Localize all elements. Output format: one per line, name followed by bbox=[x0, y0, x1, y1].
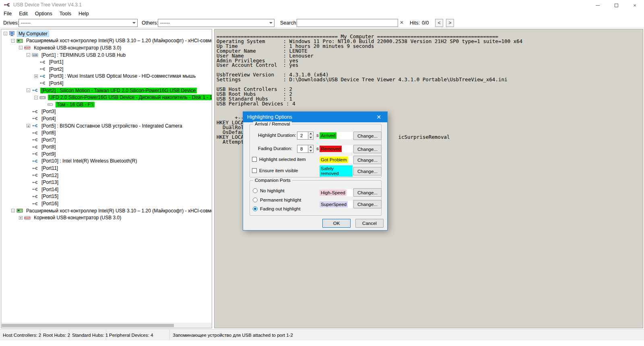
tree-item[interactable]: [Port3] bbox=[2, 108, 212, 115]
scrollbar-thumb[interactable] bbox=[2, 324, 174, 327]
menu-edit[interactable]: Edit bbox=[15, 10, 31, 17]
change-safely-removed-color-button[interactable]: Change... bbox=[353, 167, 382, 175]
tree-item[interactable]: [Port4] bbox=[2, 115, 212, 122]
usb-port-icon bbox=[32, 151, 39, 157]
arrival-removal-group-label: Arrival / Removal bbox=[253, 122, 292, 126]
tree-item[interactable]: [Port16] bbox=[2, 200, 212, 207]
tree-item[interactable]: [Port13] bbox=[2, 179, 212, 186]
menu-tools[interactable]: Tools bbox=[56, 10, 75, 17]
maximize-button[interactable] bbox=[607, 0, 625, 10]
close-button[interactable]: × bbox=[625, 0, 644, 10]
dialog-titlebar[interactable]: Highlighting Options ✕ bbox=[243, 112, 387, 122]
fading-duration-input[interactable]: 8 bbox=[297, 145, 308, 153]
expand-icon[interactable]: + bbox=[27, 124, 30, 128]
tree-item[interactable]: [Port9] bbox=[2, 150, 212, 158]
menu-file[interactable]: File bbox=[0, 10, 15, 17]
collapse-icon[interactable]: - bbox=[19, 46, 23, 49]
minimize-icon bbox=[596, 5, 600, 6]
super-speed-color-chip: SuperSpeed bbox=[320, 201, 348, 208]
next-hit-button[interactable]: > bbox=[446, 19, 454, 27]
cancel-button[interactable]: Cancel bbox=[355, 219, 384, 228]
chevron-down-icon bbox=[267, 22, 274, 24]
tree-item-label: [Port13] bbox=[40, 179, 60, 185]
no-highlight-radio[interactable] bbox=[253, 188, 258, 193]
tree-item-label: [Port1] bbox=[48, 59, 64, 65]
usb-port-icon bbox=[32, 144, 39, 150]
others-label: Others: bbox=[142, 20, 158, 26]
usb-device-icon bbox=[32, 123, 39, 129]
collapse-icon[interactable]: - bbox=[27, 89, 30, 92]
collapse-icon[interactable]: - bbox=[4, 32, 7, 35]
tree-item-label: [Port7] bbox=[40, 137, 57, 143]
tree-item[interactable]: [Port8] bbox=[2, 144, 212, 151]
tree-item[interactable]: [Port7] bbox=[2, 136, 212, 144]
toolbar: Drives: ------ Others: ------ Search: ✕ … bbox=[0, 18, 644, 28]
device-tree-panel: -My Computer-Расширяемый хост-контроллер… bbox=[1, 29, 212, 328]
tree-item[interactable]: -Расширяемый хост-контроллер Intel(R) US… bbox=[2, 37, 212, 45]
tree-item[interactable]: [Port15] bbox=[2, 193, 212, 200]
change-removed-color-button[interactable]: Change... bbox=[353, 145, 382, 153]
tree-item[interactable]: [Port10] : Intel Intel(R) Wireless Bluet… bbox=[2, 158, 212, 165]
change-problem-color-button[interactable]: Change... bbox=[353, 156, 382, 164]
host-controller-icon bbox=[17, 208, 23, 214]
tree-item[interactable]: [Port11] bbox=[2, 165, 212, 172]
highlight-selected-checkbox[interactable] bbox=[252, 157, 257, 162]
usb-port-icon bbox=[32, 165, 39, 171]
tree-item-label: Расширяемый хост-контроллер Intel(R) USB… bbox=[25, 208, 212, 214]
dialog-close-icon[interactable]: ✕ bbox=[370, 112, 387, 122]
change-arrived-color-button[interactable]: Change... bbox=[353, 132, 382, 140]
expand-icon[interactable]: + bbox=[34, 74, 38, 78]
tree-item[interactable]: -My Computer bbox=[2, 30, 212, 37]
seconds-unit-label: s bbox=[316, 146, 319, 151]
ensure-visible-checkbox[interactable] bbox=[252, 168, 257, 173]
search-label: Search: bbox=[280, 20, 297, 26]
drives-combo[interactable]: ------ bbox=[19, 19, 138, 27]
tree-item[interactable]: +[Port3] : Wuxi Instant USB Optical Mous… bbox=[2, 73, 212, 80]
collapse-icon[interactable]: - bbox=[11, 209, 15, 212]
tree-item[interactable]: [Port14] bbox=[2, 186, 212, 193]
tree-item[interactable]: -Расширяемый хост-контроллер Intel(R) US… bbox=[2, 207, 212, 214]
tree-item[interactable]: [Port1] bbox=[2, 58, 212, 66]
spin-up-icon[interactable] bbox=[308, 132, 313, 136]
spin-up-icon[interactable] bbox=[308, 145, 313, 149]
tree-item[interactable]: -UFD 2.0 Silicon-Power16G USB Device - Д… bbox=[2, 94, 212, 101]
fading-out-highlight-radio[interactable] bbox=[253, 206, 258, 211]
clear-search-icon[interactable]: ✕ bbox=[400, 20, 404, 25]
tree-item[interactable]: -HUB[Port1] : TERMINUS USB 2.0 USB Hub bbox=[2, 51, 212, 59]
tree-item[interactable]: -ROOTКорневой USB-концентратор (USB 3.0) bbox=[2, 44, 212, 51]
tree-item[interactable]: +[Port5] : BISON Составное USB устройств… bbox=[2, 122, 212, 130]
removed-color-sample: Removed bbox=[320, 145, 353, 152]
ok-button[interactable]: OK bbox=[322, 219, 351, 228]
collapse-icon[interactable]: - bbox=[34, 96, 38, 99]
tree-item[interactable]: Том - 16 GB - F:\ bbox=[2, 101, 212, 108]
change-high-speed-color-button[interactable]: Change... bbox=[353, 188, 382, 197]
spin-down-icon[interactable] bbox=[308, 149, 313, 153]
problem-color-sample: Got Problem bbox=[320, 156, 353, 163]
previous-hit-button[interactable]: < bbox=[435, 19, 443, 27]
highlight-duration-input[interactable]: 2 bbox=[297, 132, 308, 140]
tree-item-label: My Computer bbox=[17, 31, 49, 37]
search-input[interactable] bbox=[297, 19, 398, 27]
tree-item-label: [Port9] bbox=[40, 151, 57, 157]
change-super-speed-color-button[interactable]: Change... bbox=[353, 200, 382, 208]
others-combo[interactable]: ------ bbox=[158, 19, 275, 27]
window-controls: × bbox=[588, 0, 644, 10]
horizontal-scrollbar[interactable] bbox=[1, 323, 212, 328]
spin-down-icon[interactable] bbox=[308, 136, 313, 140]
collapse-icon[interactable]: - bbox=[27, 53, 30, 57]
tree-item[interactable]: [Port2] bbox=[2, 66, 212, 73]
menu-options[interactable]: Options bbox=[31, 10, 56, 17]
collapse-icon[interactable]: - bbox=[11, 39, 15, 43]
tree-item[interactable]: [Port12] bbox=[2, 172, 212, 179]
tree-item[interactable]: +ROOTКорневой USB-концентратор (USB 3.0) bbox=[2, 214, 212, 221]
expand-icon[interactable]: + bbox=[19, 216, 23, 220]
tree-item[interactable]: [Port4] bbox=[2, 80, 212, 87]
permanent-highlight-radio[interactable] bbox=[253, 198, 258, 202]
tree-item[interactable]: -[Port2] : Silicon Motion - Taiwan UFD 2… bbox=[2, 87, 212, 94]
menu-help[interactable]: Help bbox=[75, 10, 93, 17]
minimize-button[interactable] bbox=[588, 0, 607, 10]
svg-text:ROOT: ROOT bbox=[25, 47, 31, 49]
tree-item-label: [Port4] bbox=[40, 116, 57, 122]
tree-item[interactable]: [Port6] bbox=[2, 129, 212, 136]
problem-color-chip: Got Problem bbox=[320, 157, 348, 163]
